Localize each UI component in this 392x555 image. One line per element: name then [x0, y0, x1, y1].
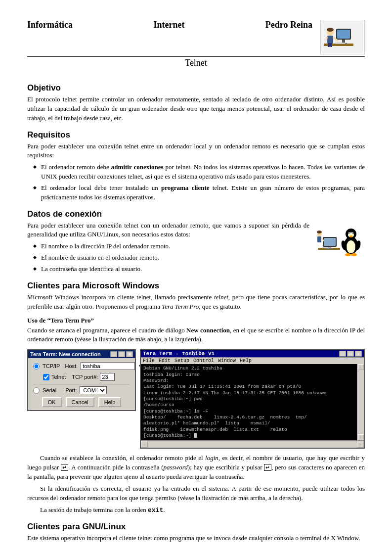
- dialog-buttons: OK Cancel Help: [33, 397, 130, 407]
- tcpip-label: TCP/IP: [43, 363, 60, 369]
- svg-rect-12: [328, 43, 330, 47]
- terminal-title: Tera Term - toshiba V1: [143, 351, 215, 357]
- tcpip-radio-row: TCP/IP Host: ▼: [33, 362, 130, 370]
- svg-point-31: [349, 232, 350, 233]
- svg-point-32: [352, 232, 353, 233]
- menu-file[interactable]: File: [143, 358, 155, 364]
- terminal-titlebar: Tera Term - toshiba V1 _ □ ✕: [141, 350, 364, 358]
- maximize-button[interactable]: □: [118, 351, 125, 357]
- requisitos-heading: Requisitos: [27, 130, 365, 140]
- uso-subsection-title: Uso de “Tera Term Pro”: [27, 317, 365, 324]
- svg-rect-3: [337, 30, 350, 39]
- svg-point-22: [317, 231, 322, 233]
- svg-rect-23: [317, 236, 321, 242]
- objetivo-heading: Objetivo: [27, 83, 365, 93]
- telnet-label: Telnet: [51, 374, 66, 380]
- telnet-checkbox-row: Telnet TCP port#:: [43, 373, 130, 381]
- hscroll-track: [148, 441, 357, 448]
- header-left: Informática: [27, 20, 73, 30]
- clientes-windows-heading: Clientes para Microsoft Windows: [27, 281, 365, 291]
- clientes-windows-body: Microsoft Windows incorpora un cliente t…: [27, 293, 365, 312]
- illustration-svg: [321, 21, 363, 53]
- terminal-window[interactable]: Tera Term - toshiba V1 _ □ ✕ File Edit S…: [140, 349, 365, 449]
- clientes-linux-body: Este sistema operativo incorpora el clie…: [27, 534, 365, 543]
- datos-item-3: La contraseña que identifica al usuario.: [35, 265, 365, 274]
- telnet-italic: telnet: [214, 293, 228, 301]
- minimize-button[interactable]: _: [110, 351, 117, 357]
- cancel-button[interactable]: Cancel: [66, 397, 94, 407]
- serial-radio[interactable]: [33, 387, 40, 394]
- svg-line-11: [326, 37, 327, 40]
- header-divider: [27, 56, 365, 57]
- terminal-maximize[interactable]: □: [347, 351, 354, 357]
- new-connection-title: Tera Term: New connection: [30, 351, 101, 357]
- close-button[interactable]: ✕: [126, 351, 133, 357]
- new-connection-bold: New connection: [186, 326, 230, 334]
- tcpip-radio[interactable]: [33, 363, 40, 370]
- menu-edit[interactable]: Edit: [159, 358, 171, 364]
- new-connection-titlebar: Tera Term: New connection _ □ ✕: [28, 350, 135, 358]
- terminal-minimize[interactable]: _: [339, 351, 346, 357]
- help-button[interactable]: Help: [98, 397, 122, 407]
- terminal-scrollbar[interactable]: ▲ ▼: [357, 364, 364, 440]
- teraterm-italic: Tera Term Pro: [162, 303, 199, 310]
- objetivo-body: El protocolo telnet permite controlar un…: [27, 95, 365, 123]
- datos-item-2: El nombre de usuario en el ordenador rem…: [35, 253, 365, 263]
- scroll-up[interactable]: ▲: [358, 364, 364, 370]
- requisitos-item-2: El ordenador local debe tener instalado …: [35, 184, 365, 202]
- enter-key-1: ↵: [61, 464, 68, 471]
- login-italic: login: [205, 454, 218, 462]
- enter-key-2: ↵: [264, 464, 271, 471]
- header-center: Internet: [153, 20, 184, 30]
- clientes-linux-heading: Clientes para GNU/Linux: [27, 522, 365, 532]
- dialog-divider: [33, 384, 130, 384]
- datos-heading: Datos de conexión: [27, 209, 365, 219]
- datos-body: Para poder establecer una conexión telne…: [27, 221, 365, 240]
- serial-radio-row: Serial Port: COM1: [33, 386, 130, 394]
- header-illustration: [320, 20, 365, 54]
- terminal-bottom-scrollbar: ◄ ►: [141, 440, 364, 448]
- port-label: Port:: [65, 387, 77, 393]
- terminal-body: Debian GNU/Linux 2.2 toshiba toshiba log…: [141, 364, 364, 440]
- telnet-checkbox[interactable]: [43, 374, 49, 380]
- exit-code: exit: [148, 507, 163, 514]
- svg-point-33: [349, 235, 352, 237]
- screenshots-row: Tera Term: New connection _ □ ✕ TCP/IP H…: [27, 349, 365, 449]
- menu-setup[interactable]: Setup: [174, 358, 189, 364]
- tcp-port-input[interactable]: [100, 373, 115, 381]
- scroll-right[interactable]: ►: [357, 441, 364, 448]
- page-title: Telnet: [27, 58, 365, 68]
- terminal-menubar: File Edit Setup Control Window Help: [141, 358, 364, 364]
- uso-body: Cuando se arranca el programa, aparece e…: [27, 326, 365, 345]
- datos-list: El nombre o la dirección IP del ordenado…: [35, 242, 365, 274]
- svg-rect-6: [335, 43, 345, 44]
- svg-rect-9: [327, 36, 333, 44]
- ok-button[interactable]: OK: [42, 397, 62, 407]
- port-select[interactable]: COM1: [80, 386, 107, 394]
- exit-paragraph: La sesión de trabajo termina con la orde…: [27, 506, 365, 515]
- requisitos-item-1: El ordenador remoto debe admitir conexio…: [35, 163, 365, 182]
- header-right: Pedro Reina: [265, 20, 312, 30]
- svg-rect-13: [330, 43, 332, 47]
- scroll-left[interactable]: ◄: [141, 441, 148, 448]
- menu-help[interactable]: Help: [240, 358, 252, 364]
- title-row: Telnet: [27, 58, 365, 76]
- serial-label: Serial: [43, 387, 56, 393]
- requisitos-intro: Para poder establecer una conexión telne…: [27, 142, 365, 161]
- password-italic: password: [163, 463, 187, 471]
- datos-item-1: El nombre o la dirección IP del ordenado…: [35, 242, 365, 251]
- menu-window[interactable]: Window: [218, 358, 236, 364]
- host-label: Host:: [65, 363, 78, 369]
- terminal-titlebar-btns: _ □ ✕: [339, 351, 362, 357]
- tera-term-new-connection-window[interactable]: Tera Term: New connection _ □ ✕ TCP/IP H…: [27, 349, 136, 411]
- titlebar-buttons: _ □ ✕: [110, 351, 133, 357]
- menu-control[interactable]: Control: [193, 358, 214, 364]
- login-paragraph: Cuando se establece la conexión, el orde…: [27, 454, 365, 482]
- scroll-down[interactable]: ▼: [358, 434, 364, 440]
- svg-point-8: [327, 28, 334, 32]
- admitir-bold: admitir conexiones: [111, 163, 164, 171]
- terminal-content[interactable]: Debian GNU/Linux 2.2 toshiba toshiba log…: [141, 364, 357, 440]
- terminal-close[interactable]: ✕: [355, 351, 362, 357]
- host-input[interactable]: [81, 362, 135, 370]
- header-top: Informática Internet Pedro Reina: [27, 20, 365, 54]
